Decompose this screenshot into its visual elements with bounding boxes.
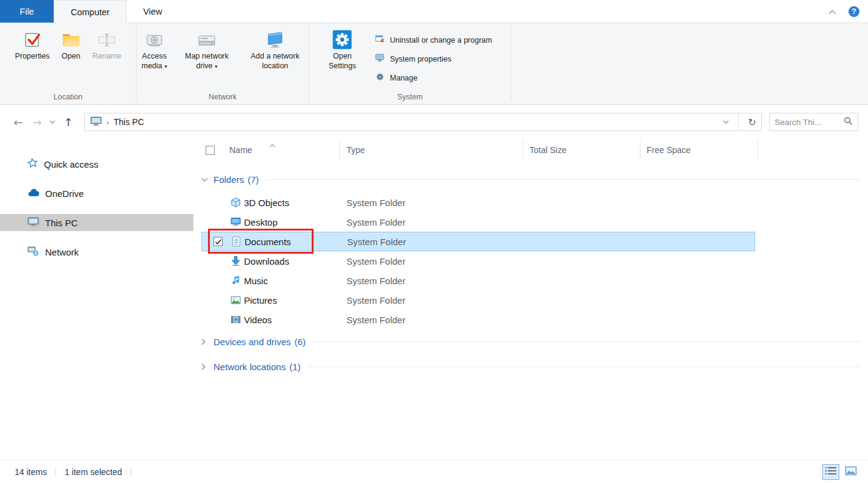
file-row-videos[interactable]: Videos System Folder bbox=[201, 310, 755, 329]
sort-ascending-icon[interactable] bbox=[269, 140, 276, 149]
music-note-icon bbox=[231, 276, 241, 286]
file-row-documents[interactable]: Documents System Folder bbox=[201, 232, 755, 251]
column-header-total-size[interactable]: Total Size bbox=[523, 139, 640, 161]
settings-gear-icon bbox=[332, 29, 353, 50]
search-box[interactable] bbox=[769, 113, 858, 131]
map-network-drive-label: Map network drive bbox=[185, 52, 229, 70]
sidebar-item-quick-access[interactable]: Quick access bbox=[0, 156, 193, 173]
file-row-downloads[interactable]: Downloads System Folder bbox=[201, 251, 755, 271]
documents-checkbox[interactable] bbox=[213, 237, 223, 246]
onedrive-cloud-icon bbox=[27, 188, 39, 199]
desktop-icon bbox=[231, 217, 241, 227]
group-header-network-locations[interactable]: Network locations (1) bbox=[201, 358, 860, 375]
properties-label: Properties bbox=[15, 52, 49, 62]
tab-computer[interactable]: Computer bbox=[54, 0, 127, 23]
ribbon: Properties Open Rename Location bbox=[0, 23, 868, 105]
system-properties-label: System properties bbox=[390, 55, 451, 63]
access-media-button[interactable]: Access media ▾ bbox=[135, 26, 174, 72]
group-header-folders[interactable]: Folders (7) bbox=[201, 171, 860, 188]
ribbon-group-network: Access media ▾ Map network drive ▾ Add a… bbox=[137, 23, 309, 104]
file-row-music[interactable]: Music System Folder bbox=[201, 271, 755, 290]
manage-label: Manage bbox=[390, 74, 417, 82]
uninstall-icon bbox=[375, 34, 385, 46]
manage-gear-icon bbox=[375, 72, 385, 84]
properties-icon bbox=[22, 29, 43, 50]
open-folder-icon bbox=[60, 29, 81, 50]
chevron-down-icon[interactable] bbox=[201, 177, 213, 182]
sidebar-item-label: This PC bbox=[45, 218, 77, 228]
address-bar-row: ← → ↑ › This PC ↻ bbox=[0, 105, 868, 139]
search-icon[interactable] bbox=[844, 116, 853, 128]
selection-count: 1 item selected bbox=[65, 467, 122, 477]
address-bar[interactable]: › This PC ↻ bbox=[84, 113, 762, 131]
add-network-location-label: Add a network location bbox=[243, 52, 307, 71]
column-header-type[interactable]: Type bbox=[340, 139, 523, 161]
sidebar-item-label: Network bbox=[45, 247, 79, 257]
system-properties-button[interactable]: System properties bbox=[369, 49, 498, 68]
help-icon[interactable]: ? bbox=[848, 6, 859, 17]
file-row-desktop[interactable]: Desktop System Folder bbox=[201, 212, 755, 232]
ribbon-group-location: Properties Open Rename Location bbox=[0, 23, 136, 104]
group-header-devices-and-drives[interactable]: Devices and drives (6) bbox=[201, 333, 860, 350]
tab-view[interactable]: View bbox=[127, 0, 179, 23]
access-media-label: Access media bbox=[142, 52, 167, 70]
forward-button[interactable]: → bbox=[28, 116, 46, 129]
navigation-pane: Quick access OneDrive This PC Network bbox=[0, 139, 193, 460]
chevron-right-icon[interactable] bbox=[201, 338, 213, 345]
properties-button[interactable]: Properties bbox=[11, 26, 53, 63]
network-drive-icon bbox=[196, 29, 217, 50]
collapse-ribbon-icon[interactable] bbox=[828, 6, 836, 17]
this-pc-icon bbox=[90, 116, 102, 128]
file-list-pane: Name Type Total Size Free Space Folder bbox=[193, 139, 868, 460]
large-icons-view-icon bbox=[845, 466, 857, 478]
large-icons-view-button[interactable] bbox=[842, 464, 859, 480]
details-view-icon bbox=[825, 466, 837, 478]
open-settings-button[interactable]: Open Settings bbox=[321, 26, 363, 72]
downloads-icon bbox=[231, 256, 241, 267]
open-button[interactable]: Open bbox=[57, 26, 85, 63]
breadcrumb-chevron-icon[interactable]: › bbox=[106, 118, 109, 127]
address-dropdown-icon[interactable] bbox=[718, 113, 734, 131]
uninstall-program-button[interactable]: Uninstall or change a program bbox=[369, 30, 498, 49]
file-explorer-window: File Computer View ? Properties bbox=[0, 0, 868, 483]
sidebar-item-network[interactable]: Network bbox=[0, 243, 193, 260]
group-label-network: Network bbox=[137, 93, 309, 101]
sidebar-item-this-pc[interactable]: This PC bbox=[0, 214, 193, 231]
column-headers: Name Type Total Size Free Space bbox=[193, 139, 868, 161]
group-label-location: Location bbox=[0, 93, 136, 101]
column-header-free-space[interactable]: Free Space bbox=[640, 139, 758, 161]
rename-button: Rename bbox=[88, 26, 124, 63]
uninstall-label: Uninstall or change a program bbox=[390, 36, 492, 45]
ribbon-group-system: Open Settings Uninstall or change a prog… bbox=[309, 23, 511, 104]
back-button[interactable]: ← bbox=[9, 116, 28, 129]
map-network-drive-button[interactable]: Map network drive ▾ bbox=[178, 26, 236, 72]
refresh-icon[interactable]: ↻ bbox=[743, 116, 761, 128]
add-network-location-button[interactable]: Add a network location bbox=[240, 26, 310, 72]
rename-icon bbox=[96, 29, 117, 50]
quick-access-star-icon bbox=[27, 158, 38, 170]
up-button[interactable]: ↑ bbox=[59, 116, 78, 129]
details-view-button[interactable] bbox=[822, 464, 839, 480]
column-header-name[interactable]: Name bbox=[193, 139, 340, 161]
recent-locations-icon[interactable] bbox=[46, 120, 59, 124]
network-location-icon bbox=[265, 29, 285, 50]
rename-label: Rename bbox=[92, 52, 121, 62]
tab-file[interactable]: File bbox=[0, 0, 54, 23]
group-label-system: System bbox=[309, 93, 511, 101]
search-input[interactable] bbox=[775, 118, 844, 127]
select-all-checkbox[interactable] bbox=[206, 146, 215, 155]
breadcrumb-this-pc[interactable]: This PC bbox=[113, 117, 144, 127]
dropdown-arrow-icon: ▾ bbox=[165, 63, 168, 70]
sidebar-item-onedrive[interactable]: OneDrive bbox=[0, 185, 193, 202]
manage-button[interactable]: Manage bbox=[369, 68, 498, 87]
open-settings-label: Open Settings bbox=[325, 52, 359, 71]
videos-icon bbox=[231, 315, 241, 325]
media-drive-icon bbox=[144, 29, 165, 50]
ribbon-tab-bar: File Computer View ? bbox=[0, 0, 868, 23]
file-row-3d-objects[interactable]: 3D Objects System Folder bbox=[201, 193, 755, 212]
pictures-icon bbox=[231, 295, 241, 306]
sidebar-item-label: OneDrive bbox=[45, 188, 84, 199]
file-row-pictures[interactable]: Pictures System Folder bbox=[201, 290, 755, 310]
chevron-right-icon[interactable] bbox=[201, 363, 213, 370]
3d-objects-icon bbox=[231, 198, 241, 208]
